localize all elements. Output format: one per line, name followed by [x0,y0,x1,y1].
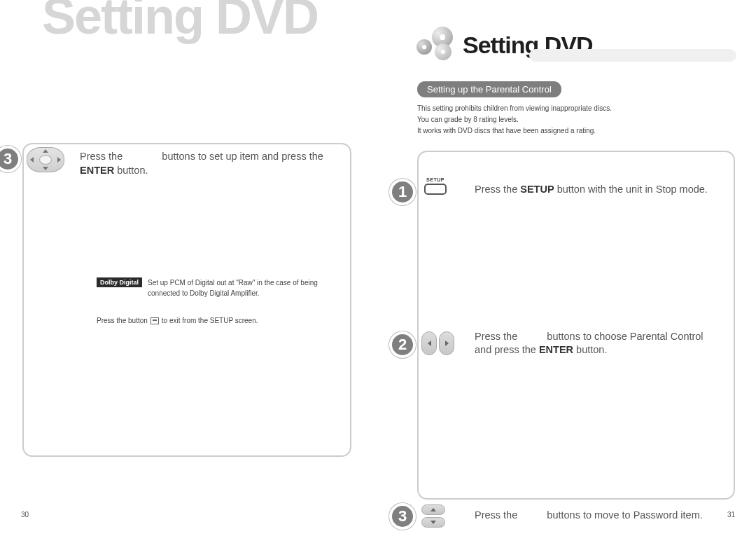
subsection-intro: Setting up the Parental Control This set… [417,81,735,137]
step-badge-2: 2 [389,331,416,358]
subsection-pill: Setting up the Parental Control [417,81,561,97]
dolby-digital-tag: Dolby Digital [97,277,142,287]
left-right-buttons-icon [421,331,454,355]
setup-exit-icon [150,317,159,324]
dolby-info: Dolby Digital Set up PCM of Digital out … [97,277,322,324]
manual-spread: Setting DVD 3 Press the buttons to set u… [0,0,756,536]
step-number: 1 [398,183,407,201]
page-left: Setting DVD 3 Press the buttons to set u… [0,0,378,536]
step-badge-3-left: 3 [0,146,21,172]
watermark-title: Setting DVD [42,0,318,45]
header-rule [529,49,736,62]
nav-pad-icon [27,147,64,172]
dvd-discs-icon [416,27,457,63]
step1-text: Press the SETUP button with the unit in … [475,177,721,197]
step3-left-text: Press the buttons to set up item and pre… [80,150,337,177]
step-badge-1: 1 [389,179,416,205]
dolby-text: Set up PCM of Digital out at "Raw" in th… [148,277,322,298]
step-badge-3: 3 [389,503,416,530]
left-instruction-card: 3 Press the buttons to set up item and p… [22,143,351,457]
step-number: 2 [398,336,407,354]
up-down-buttons-icon [421,504,445,528]
page-number-right: 31 [727,511,735,518]
step-number: 3 [398,507,407,525]
step-number: 3 [4,150,12,168]
step2-text: Press the buttons to choose Parental Con… [475,330,721,357]
page-number-left: 30 [21,511,29,518]
subsection-description: This setting prohibits children from vie… [417,103,735,137]
right-instruction-card: 1 SETUP Press the SETUP button with the … [417,151,735,500]
exit-instruction: Press the button to exit from the SETUP … [97,317,322,324]
setup-button-icon: SETUP [421,177,449,195]
page-right: Setting DVD Setting up the Parental Cont… [378,0,756,536]
step3-text: Press the buttons to move to Password it… [475,504,721,523]
